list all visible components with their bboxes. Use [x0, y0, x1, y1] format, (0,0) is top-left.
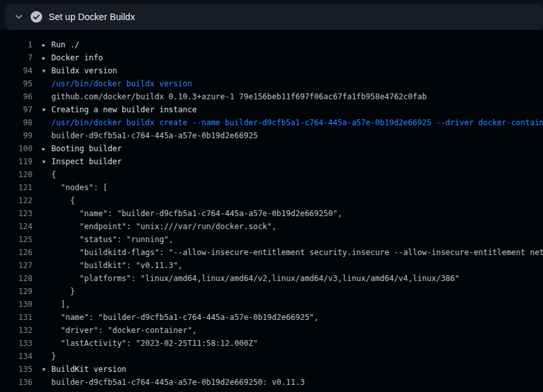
disclosure-triangle-icon: ▶: [42, 143, 51, 155]
line-number[interactable]: 100: [0, 142, 32, 155]
log-line-body: "buildkit": "v0.11.3",: [42, 259, 183, 272]
group-toggle[interactable]: ▼BuildKit version: [42, 363, 127, 376]
log-line: 123 "name": "builder-d9cfb5a1-c764-445a-…: [0, 207, 543, 220]
log-line: 126 "buildkitd-flags": "--allow-insecure…: [0, 246, 543, 259]
line-number[interactable]: 134: [0, 350, 32, 363]
line-number[interactable]: 122: [0, 194, 32, 207]
disclosure-triangle-icon: ▼: [42, 363, 51, 376]
line-number[interactable]: 119: [0, 155, 32, 168]
log-line: 127 "buildkit": "v0.11.3",: [0, 259, 543, 272]
chevron-down-icon[interactable]: [11, 9, 27, 25]
line-number[interactable]: 95: [0, 77, 32, 90]
line-number[interactable]: 133: [0, 337, 32, 350]
group-toggle[interactable]: ▼Buildx version: [42, 64, 117, 77]
log-line: 121 "nodes": [: [0, 181, 543, 194]
output-text: "endpoint": "unix:///var/run/docker.sock…: [42, 222, 277, 231]
output-text: builder-d9cfb5a1-c764-445a-a57e-0b19d2e6…: [42, 378, 305, 387]
line-number[interactable]: 130: [0, 298, 32, 311]
group-toggle[interactable]: ▶Booting builder: [42, 142, 121, 155]
log-line: 129 }: [0, 285, 543, 298]
line-number[interactable]: 136: [0, 376, 32, 389]
line-number[interactable]: 94: [0, 64, 32, 77]
log-line: 95/usr/bin/docker buildx version: [0, 77, 543, 90]
log-line: 134}: [0, 350, 543, 363]
output-text: {: [42, 196, 75, 205]
line-number[interactable]: 98: [0, 116, 32, 129]
disclosure-triangle-icon: ▼: [42, 104, 51, 116]
group-title: Inspect builder: [51, 157, 121, 166]
command-text: /usr/bin/docker buildx create --name bui…: [42, 118, 543, 127]
log-line: 1▶Run ./: [0, 38, 543, 51]
log-line-body: }: [42, 350, 56, 363]
line-number[interactable]: 126: [0, 246, 32, 259]
line-number[interactable]: 1: [0, 38, 32, 51]
step-header[interactable]: Set up Docker Buildx: [5, 4, 543, 30]
group-toggle[interactable]: ▶Run ./: [42, 38, 79, 51]
line-number[interactable]: 121: [0, 181, 32, 194]
group-title: Creating a new builder instance: [51, 105, 197, 114]
log-line-body: "lastActivity": "2023-02-25T11:58:12.000…: [42, 337, 258, 350]
log-line: 99builder-d9cfb5a1-c764-445a-a57e-0b19d2…: [0, 129, 543, 142]
log-line: 132 "driver": "docker-container",: [0, 324, 543, 337]
line-number[interactable]: 120: [0, 168, 32, 181]
output-text: {: [42, 170, 56, 179]
disclosure-triangle-icon: ▶: [42, 39, 51, 51]
line-number[interactable]: 132: [0, 324, 32, 337]
line-number[interactable]: 97: [0, 103, 32, 116]
disclosure-triangle-icon: ▶: [42, 52, 51, 64]
success-check-icon: [31, 11, 42, 23]
log-line: 7▶Docker info: [0, 51, 543, 64]
log-line: 135▼BuildKit version: [0, 363, 543, 376]
log-line: 100▶Booting builder: [0, 142, 543, 155]
output-text: github.com/docker/buildx 0.10.3+azure-1 …: [42, 92, 427, 101]
line-number[interactable]: 99: [0, 129, 32, 142]
group-title: BuildKit version: [51, 365, 127, 374]
log-line-body: /usr/bin/docker buildx create --name bui…: [42, 116, 543, 129]
line-number[interactable]: 125: [0, 233, 32, 246]
line-number[interactable]: 131: [0, 311, 32, 324]
log-line: 128 "platforms": "linux/amd64,linux/amd6…: [0, 272, 543, 285]
line-number[interactable]: 96: [0, 90, 32, 103]
log-line-body: {: [42, 194, 75, 207]
group-title: Buildx version: [51, 66, 117, 75]
log-line: 136builder-d9cfb5a1-c764-445a-a57e-0b19d…: [0, 376, 543, 389]
log-line-body: "endpoint": "unix:///var/run/docker.sock…: [42, 220, 277, 233]
log-line-body: /usr/bin/docker buildx version: [42, 77, 192, 90]
log-line: 97▼Creating a new builder instance: [0, 103, 543, 116]
line-number[interactable]: 128: [0, 272, 32, 285]
output-text: "name": "builder-d9cfb5a1-c764-445a-a57e…: [42, 209, 342, 218]
line-number[interactable]: 129: [0, 285, 32, 298]
log-line-body: github.com/docker/buildx 0.10.3+azure-1 …: [42, 90, 427, 103]
output-text: "buildkit": "v0.11.3",: [42, 261, 183, 270]
output-text: }: [42, 287, 75, 296]
line-number[interactable]: 7: [0, 51, 32, 64]
log-line: 96github.com/docker/buildx 0.10.3+azure-…: [0, 90, 543, 103]
log-line-body: }: [42, 285, 75, 298]
log-line: 131 "name": "builder-d9cfb5a1-c764-445a-…: [0, 311, 543, 324]
chevron-down-icon-glyph: [15, 13, 23, 21]
log-line-body: "nodes": [: [42, 181, 108, 194]
group-toggle[interactable]: ▼Creating a new builder instance: [42, 103, 197, 116]
line-number[interactable]: 124: [0, 220, 32, 233]
group-toggle[interactable]: ▶Docker info: [42, 51, 103, 64]
line-number[interactable]: 135: [0, 363, 32, 376]
output-text: "nodes": [: [42, 183, 108, 192]
log-line-body: "name": "builder-d9cfb5a1-c764-445a-a57e…: [42, 207, 342, 220]
log-line: 94▼Buildx version: [0, 64, 543, 77]
log-line-body: builder-d9cfb5a1-c764-445a-a57e-0b19d2e6…: [42, 129, 258, 142]
line-number[interactable]: 127: [0, 259, 32, 272]
log-line: 130 ],: [0, 298, 543, 311]
output-text: builder-d9cfb5a1-c764-445a-a57e-0b19d2e6…: [42, 131, 258, 140]
output-text: "status": "running",: [42, 235, 173, 244]
log-line: 125 "status": "running",: [0, 233, 543, 246]
output-text: "driver": "docker-container",: [42, 326, 197, 335]
log-line: 133 "lastActivity": "2023-02-25T11:58:12…: [0, 337, 543, 350]
log-line: 120{: [0, 168, 543, 181]
output-text: "platforms": "linux/amd64,linux/amd64/v2…: [42, 274, 460, 283]
output-text: ],: [42, 300, 70, 309]
group-toggle[interactable]: ▼Inspect builder: [42, 155, 121, 168]
output-text: "buildkitd-flags": "--allow-insecure-ent…: [42, 248, 543, 257]
log-line-body: "driver": "docker-container",: [42, 324, 197, 337]
command-text: /usr/bin/docker buildx version: [42, 79, 192, 88]
line-number[interactable]: 123: [0, 207, 32, 220]
